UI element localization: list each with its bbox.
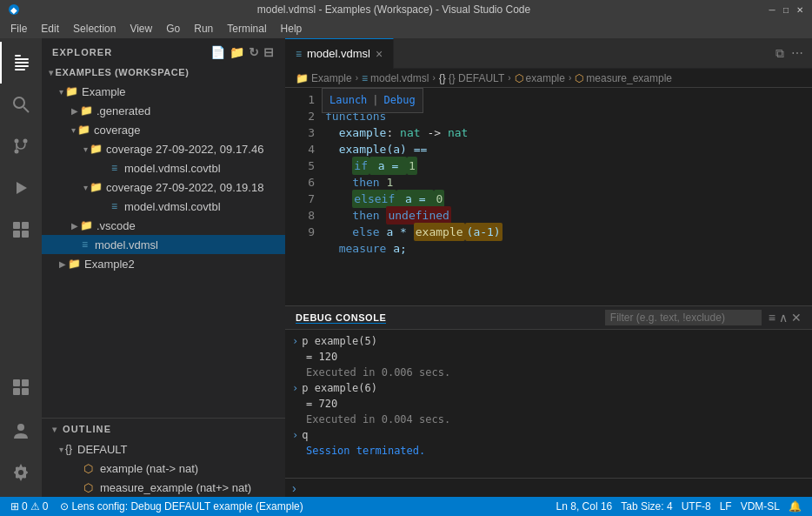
breadcrumb-model-icon: ≡ xyxy=(362,72,368,84)
status-language[interactable]: VDM-SL xyxy=(737,500,783,513)
breadcrumb-default[interactable]: {} {} DEFAULT xyxy=(439,72,505,84)
debug-line-7: › q xyxy=(292,428,805,443)
breadcrumb-measure[interactable]: ⬡ measure_example xyxy=(575,72,672,84)
status-tab-size[interactable]: Tab Size: 4 xyxy=(617,500,676,513)
close-panel-button[interactable]: ✕ xyxy=(791,311,802,325)
outline-item-measure[interactable]: ⬡ measure_example (nat+> nat) xyxy=(42,478,285,497)
debug-panel-actions: ≡ ∧ ✕ xyxy=(769,311,802,325)
menu-edit[interactable]: Edit xyxy=(34,21,66,37)
breadcrumb-model[interactable]: ≡ model.vdmsl xyxy=(362,72,429,84)
svg-rect-21 xyxy=(22,388,29,395)
tab-close-button[interactable]: × xyxy=(376,47,383,61)
code-undefined: undefined xyxy=(386,206,450,224)
extensions-activity-icon[interactable] xyxy=(0,209,42,251)
menu-view[interactable]: View xyxy=(123,21,159,37)
status-errors[interactable]: ⊞ 0 ⚠ 0 xyxy=(7,500,51,513)
sidebar-item-coverage2[interactable]: ▾ 📁 coverage 27-09-2022, 09.19.18 xyxy=(42,178,285,197)
menu-selection[interactable]: Selection xyxy=(66,21,123,37)
menu-go[interactable]: Go xyxy=(159,21,187,37)
svg-rect-16 xyxy=(13,231,20,238)
close-button[interactable]: ✕ xyxy=(795,4,805,15)
menu-file[interactable]: File xyxy=(3,21,34,37)
refresh-button[interactable]: ↻ xyxy=(249,45,260,59)
sidebar-item-model-vdmsl[interactable]: ≡ model.vdmsl xyxy=(42,235,285,254)
editor-tab-model-vdmsl[interactable]: ≡ model.vdmsl × xyxy=(285,38,394,69)
account-activity-icon[interactable] xyxy=(0,410,42,452)
prompt-icon-1: › xyxy=(292,334,298,349)
default-label: DEFAULT xyxy=(77,443,128,456)
debug-filter-input[interactable] xyxy=(605,310,762,325)
coverage-folder-icon: 📁 xyxy=(77,124,90,136)
code-arrow: -> xyxy=(421,124,448,141)
menu-run[interactable]: Run xyxy=(187,21,220,37)
debug-link[interactable]: Debug xyxy=(384,92,416,109)
status-eol[interactable]: LF xyxy=(716,500,735,513)
model-vdmsl-label: model.vdmsl xyxy=(95,238,158,251)
menu-help[interactable]: Help xyxy=(274,21,309,37)
code-editor[interactable]: 1 2 3 4 5 6 7 8 9 Launch | Debug xyxy=(285,88,812,305)
covtbl1-file-icon: ≡ xyxy=(111,162,117,174)
code-content[interactable]: Launch | Debug functions example: nat ->… xyxy=(322,88,812,305)
code-indent4 xyxy=(325,157,352,174)
debug-meta-1: Executed in 0.006 secs. xyxy=(306,365,450,380)
warning-count: 0 xyxy=(43,500,49,513)
new-folder-button[interactable]: 📁 xyxy=(230,45,245,59)
debug-line-2: = 120 xyxy=(292,350,805,365)
tab-bar: ≡ model.vdmsl × ⧉ ⋯ xyxy=(285,38,812,69)
sidebar-item-coverage1[interactable]: ▾ 📁 coverage 27-09-2022, 09.17.46 xyxy=(42,139,285,158)
debug-input-bar[interactable]: › xyxy=(285,478,812,497)
settings-activity-icon[interactable] xyxy=(0,452,42,493)
breadcrumb-example-fn[interactable]: ⬡ example xyxy=(515,72,565,84)
example-chevron: ▾ xyxy=(59,87,63,97)
tab-label: model.vdmsl xyxy=(307,47,370,60)
remote-activity-icon[interactable] xyxy=(0,366,42,408)
window-controls[interactable]: ─ □ ✕ xyxy=(767,4,805,15)
debug-console-tab[interactable]: DEBUG CONSOLE xyxy=(296,312,386,324)
workspace-root[interactable]: ▾ EXAMPLES (WORKSPACE) xyxy=(42,63,285,82)
scroll-up-button[interactable]: ∧ xyxy=(779,311,788,325)
search-activity-icon[interactable] xyxy=(0,84,42,125)
sidebar-item-example2[interactable]: ▶ 📁 Example2 xyxy=(42,254,285,273)
sidebar-item-generated[interactable]: ▶ 📁 .generated xyxy=(42,101,285,120)
outline-header[interactable]: ▾ OUTLINE xyxy=(42,419,285,439)
breadcrumb-model-label: model.vdmsl xyxy=(370,72,429,84)
breadcrumb-folder-icon: 📁 xyxy=(296,72,309,84)
status-notifications[interactable]: 🔔 xyxy=(785,500,805,513)
outline-item-example[interactable]: ⬡ example (nat-> nat) xyxy=(42,459,285,478)
collapse-button[interactable]: ⊟ xyxy=(263,45,275,59)
split-editor-button[interactable]: ⧉ xyxy=(774,44,786,63)
clear-console-button[interactable]: ≡ xyxy=(769,311,775,325)
explorer-activity-icon[interactable] xyxy=(0,42,42,84)
sidebar-item-covtbl2[interactable]: ≡ model.vdmsl.covtbl xyxy=(42,197,285,216)
code-elseif: elseif xyxy=(352,190,396,208)
status-position[interactable]: Ln 8, Col 16 xyxy=(553,500,616,513)
minimize-button[interactable]: ─ xyxy=(767,4,777,15)
tab-file-icon: ≡ xyxy=(296,48,302,60)
breadcrumb-sep3: › xyxy=(508,73,510,83)
activity-bar xyxy=(0,38,42,497)
sidebar-item-example[interactable]: ▾ 📁 Example xyxy=(42,82,285,101)
more-actions-button[interactable]: ⋯ xyxy=(789,44,805,62)
example-label: Example xyxy=(82,85,126,98)
sidebar-item-covtbl1[interactable]: ≡ model.vdmsl.covtbl xyxy=(42,158,285,178)
source-control-activity-icon[interactable] xyxy=(0,125,42,167)
breadcrumb-example[interactable]: 📁 Example xyxy=(296,72,352,84)
outline-title: OUTLINE xyxy=(63,424,111,434)
maximize-button[interactable]: □ xyxy=(781,4,791,15)
sidebar-item-vscode[interactable]: ▶ 📁 .vscode xyxy=(42,216,285,235)
launch-link[interactable]: Launch xyxy=(329,92,367,109)
workspace-label: EXAMPLES (WORKSPACE) xyxy=(56,67,190,77)
menu-terminal[interactable]: Terminal xyxy=(220,21,273,37)
code-indent6 xyxy=(325,191,352,207)
new-file-button[interactable]: 📄 xyxy=(210,45,226,59)
status-right: Ln 8, Col 16 Tab Size: 4 UTF-8 LF VDM-SL… xyxy=(553,500,805,513)
outline-item-default[interactable]: ▾ {} DEFAULT xyxy=(42,439,285,459)
run-activity-icon[interactable] xyxy=(0,167,42,209)
status-encoding[interactable]: UTF-8 xyxy=(678,500,715,513)
code-indent9 xyxy=(325,240,339,257)
error-count: 0 xyxy=(22,500,28,513)
sidebar-item-coverage[interactable]: ▾ 📁 coverage xyxy=(42,120,285,139)
status-lens-config[interactable]: ⊙ Lens config: Debug DEFAULT example (Ex… xyxy=(57,500,306,513)
covtbl2-file-icon: ≡ xyxy=(111,200,117,212)
debug-content[interactable]: › p example(5) = 120 Executed in 0.006 s… xyxy=(285,330,812,478)
